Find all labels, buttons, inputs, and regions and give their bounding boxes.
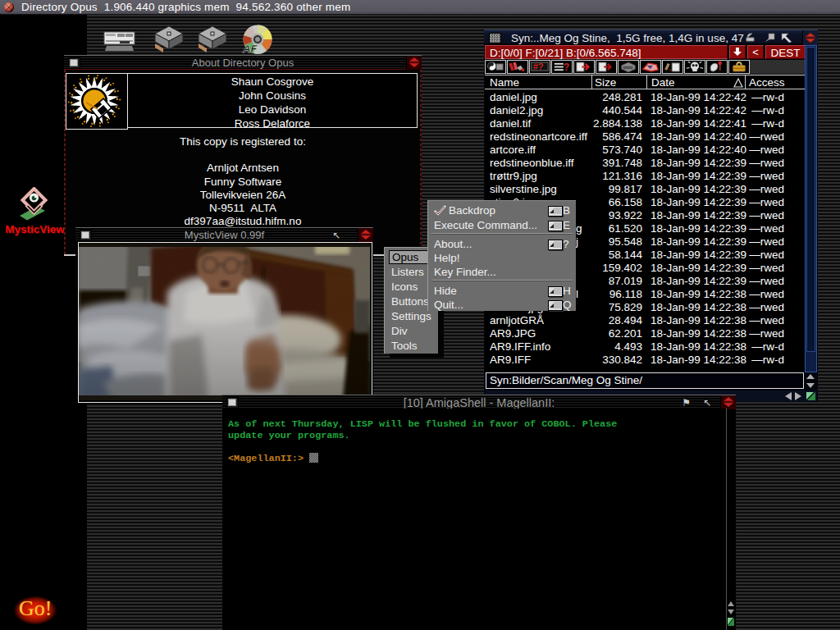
svg-text:#?: #? [533, 62, 544, 71]
svg-text:AF: AF [242, 43, 258, 55]
svg-text:?: ? [564, 62, 569, 73]
